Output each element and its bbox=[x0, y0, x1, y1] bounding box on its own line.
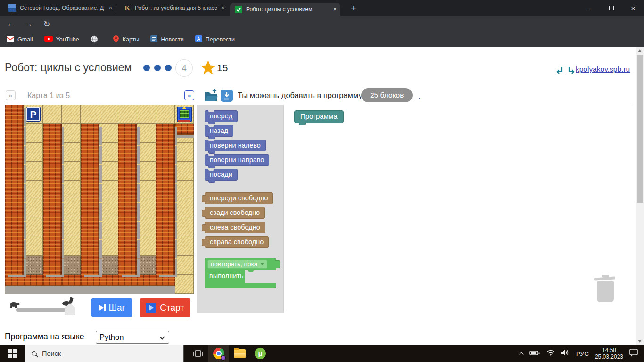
tab-textbook[interactable]: K Робот: из учебника для 5 класса × bbox=[119, 0, 228, 16]
bookmark-news[interactable]: Новости bbox=[150, 35, 183, 44]
wall-cell bbox=[118, 218, 137, 237]
floor-cell bbox=[24, 218, 43, 237]
notification-center-icon[interactable] bbox=[629, 349, 638, 359]
dirt-cell bbox=[99, 256, 118, 275]
block-right-free[interactable]: справа свободно bbox=[205, 236, 269, 248]
block-forward[interactable]: вперёд bbox=[205, 110, 238, 122]
save-program-icon[interactable] bbox=[221, 90, 233, 104]
language-label: Программа на языке bbox=[5, 332, 84, 342]
parking-cell: P bbox=[24, 105, 43, 124]
block-backward[interactable]: назад bbox=[205, 125, 233, 137]
block-front-free[interactable]: впереди свободно bbox=[205, 192, 273, 204]
import-arrow-icon[interactable] bbox=[554, 66, 564, 77]
bookmark-translate[interactable]: Перевести bbox=[195, 35, 235, 44]
tab-strip: Сетевой Город. Образование. Д × K Робот:… bbox=[0, 0, 644, 16]
block-turn-left[interactable]: поверни налево bbox=[205, 140, 266, 151]
prev-map-button[interactable]: « bbox=[6, 90, 16, 100]
task-view-button[interactable] bbox=[188, 345, 208, 362]
floor-cell bbox=[62, 237, 81, 256]
block-plant[interactable]: посади bbox=[205, 169, 238, 181]
block-toolbox: вперёд назад поверни налево поверни напр… bbox=[197, 105, 284, 313]
keyboard-language[interactable]: РУС bbox=[576, 350, 589, 357]
wall-cell bbox=[156, 143, 175, 162]
wall-cell bbox=[5, 237, 24, 256]
floor-cell bbox=[137, 143, 156, 162]
block-left-free[interactable]: слева свободно bbox=[205, 222, 265, 233]
floor-cell bbox=[175, 237, 194, 256]
tray-chevron-icon[interactable] bbox=[519, 352, 524, 357]
play-icon bbox=[146, 303, 156, 313]
floor-cell bbox=[156, 105, 175, 124]
window-close-button[interactable]: × bbox=[622, 0, 644, 16]
scroll-down-icon[interactable] bbox=[638, 340, 642, 343]
taskbar-explorer-button[interactable] bbox=[229, 345, 250, 362]
wall-cell bbox=[156, 218, 175, 237]
taskbar-chrome-button[interactable] bbox=[208, 345, 229, 362]
bookmark-globe[interactable] bbox=[91, 35, 101, 44]
tab-close-icon[interactable]: × bbox=[333, 6, 337, 13]
floor-cell bbox=[24, 124, 43, 143]
map-pin-icon bbox=[113, 35, 119, 44]
trash-icon[interactable] bbox=[594, 275, 616, 302]
wall-cell bbox=[62, 275, 81, 294]
floor-cell bbox=[137, 181, 156, 199]
page-title: Робот: циклы с условием bbox=[5, 61, 132, 74]
wall-cell bbox=[156, 256, 175, 275]
wall-cell bbox=[156, 199, 175, 218]
floor-cell bbox=[62, 218, 81, 237]
scroll-up-icon[interactable] bbox=[638, 49, 642, 52]
block-back-free[interactable]: сзади свободно bbox=[205, 207, 265, 219]
kpolyakov-favicon: K bbox=[124, 4, 131, 12]
start-menu-button[interactable] bbox=[0, 345, 25, 362]
bookmark-maps[interactable]: Карты bbox=[113, 35, 140, 44]
taskbar-utorrent-button[interactable]: µ bbox=[250, 345, 271, 362]
tab-close-icon[interactable]: × bbox=[221, 5, 224, 11]
floor-cell bbox=[99, 237, 118, 256]
score-value: 15 bbox=[217, 62, 228, 74]
wifi-icon[interactable] bbox=[546, 349, 555, 358]
language-select[interactable]: Python bbox=[96, 331, 169, 344]
speed-slider-track[interactable] bbox=[16, 308, 69, 312]
wall-cell bbox=[43, 199, 62, 218]
blocks-counter-badge: 25 блоков bbox=[361, 88, 413, 102]
wall-cell bbox=[81, 218, 99, 237]
start-button[interactable]: Старт bbox=[140, 298, 190, 317]
export-arrow-icon[interactable] bbox=[567, 66, 577, 77]
floor-cell bbox=[99, 218, 118, 237]
wall-cell bbox=[118, 181, 137, 199]
step-button[interactable]: Шаг bbox=[91, 298, 132, 317]
condition-dropdown[interactable]: повторять, пока bbox=[207, 260, 267, 269]
tab-robot-loops[interactable]: Робот: циклы с условием × bbox=[230, 3, 340, 16]
taskbar-search-box[interactable]: Поиск bbox=[25, 345, 184, 362]
forward-button[interactable]: → bbox=[22, 16, 36, 32]
tab-netcity[interactable]: Сетевой Город. Образование. Д × bbox=[4, 0, 116, 16]
battery-icon[interactable] bbox=[529, 349, 540, 358]
load-program-icon[interactable] bbox=[204, 89, 218, 103]
window-minimize-button[interactable]: – bbox=[578, 0, 600, 16]
wall-cell bbox=[81, 181, 99, 199]
back-button[interactable]: ← bbox=[4, 16, 18, 32]
floor-cell bbox=[24, 162, 43, 181]
wall-cell bbox=[43, 275, 62, 294]
page-scrollbar[interactable] bbox=[636, 47, 644, 345]
window-maximize-button[interactable] bbox=[601, 0, 622, 16]
wall-cell bbox=[81, 143, 99, 162]
reload-button[interactable]: ↻ bbox=[40, 16, 54, 32]
block-repeat-while[interactable]: повторять, пока выполнить bbox=[205, 258, 276, 288]
progress-dots bbox=[143, 65, 172, 71]
scrollbar-thumb[interactable] bbox=[637, 55, 643, 203]
blockly-workspace[interactable]: вперёд назад поверни налево поверни напр… bbox=[197, 105, 630, 313]
wall-cell bbox=[5, 199, 24, 218]
tray-clock[interactable]: 14:58 25.03.2023 bbox=[595, 347, 623, 360]
next-map-button[interactable]: » bbox=[184, 90, 194, 100]
wall-cell bbox=[5, 162, 24, 181]
tab-close-icon[interactable]: × bbox=[109, 5, 112, 11]
program-block[interactable]: Программа bbox=[294, 110, 344, 123]
bookmark-youtube[interactable]: YouTube bbox=[44, 36, 79, 43]
author-site-link[interactable]: kpolyakov.spb.ru bbox=[576, 65, 630, 74]
bookmark-gmail[interactable]: Gmail bbox=[7, 36, 33, 43]
new-tab-button[interactable]: + bbox=[348, 3, 359, 14]
volume-icon[interactable] bbox=[561, 349, 570, 358]
chevron-down-icon bbox=[159, 334, 165, 339]
block-turn-right[interactable]: поверни направо bbox=[205, 154, 269, 166]
